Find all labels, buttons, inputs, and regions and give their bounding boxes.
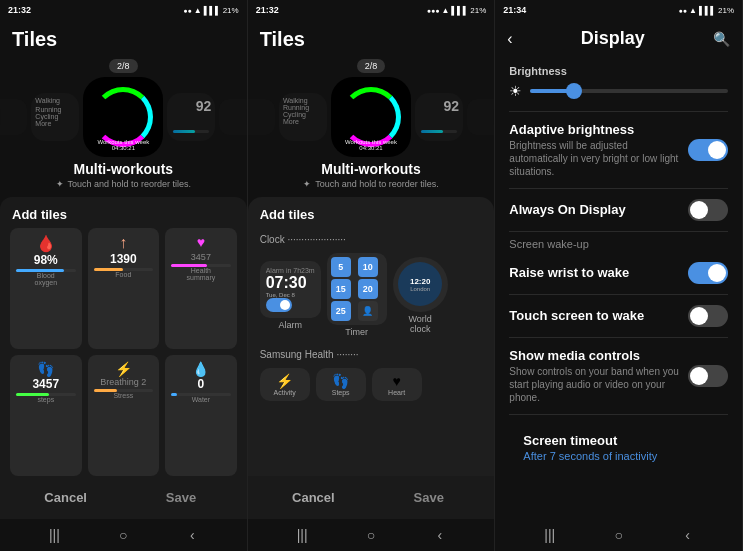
raise-wrist-thumb	[708, 264, 726, 282]
tile-main-2: Workouts this week04:30:21	[331, 77, 411, 157]
alarm-toggle[interactable]	[266, 298, 292, 312]
sh-card-1[interactable]: ⚡ Activity	[260, 368, 310, 401]
media-controls-thumb	[690, 367, 708, 385]
steps-bar	[173, 130, 209, 133]
always-on-display-row[interactable]: Always On Display	[495, 189, 742, 231]
display-title: Display	[581, 28, 645, 49]
wifi-icon: ▲	[194, 6, 202, 15]
add-tiles-modal: Add tiles Clock ····················· Al…	[248, 197, 495, 519]
screen-timeout-value: After 7 seconds of inactivity	[523, 450, 657, 462]
tile-water[interactable]: 💧 0 Water	[165, 355, 237, 476]
samsung-health-row: ⚡ Activity 👣 Steps ♥ Heart	[248, 362, 495, 407]
adaptive-brightness-left: Adaptive brightness Brightness will be a…	[509, 122, 688, 178]
signal-icon: ▌▌▌	[204, 6, 221, 15]
tiles-row-2: WalkingRunningCyclingMore Workouts this …	[248, 77, 496, 157]
workout-arc-2	[341, 87, 401, 147]
steps-bar-2	[421, 130, 457, 133]
timer-5: 5	[331, 257, 351, 277]
nav-menu-3[interactable]: |||	[538, 527, 562, 543]
health-sublabel: 3457	[191, 252, 211, 262]
water-label: Water	[192, 396, 210, 403]
media-controls-toggle[interactable]	[688, 365, 728, 387]
brightness-low-icon: ☀	[509, 83, 522, 99]
timer-tile[interactable]: 5 10 15 20 25 👤 Timer	[327, 253, 387, 337]
alarm-time: 07:30	[266, 274, 315, 292]
watch-preview-1: 2/8 Walking Running Cycling More Workout…	[0, 55, 247, 197]
sh-card-2[interactable]: 👣 Steps	[316, 368, 366, 401]
battery-text-2: 21%	[470, 6, 486, 15]
watch-label-1: Multi-workouts	[74, 157, 174, 179]
screen-display: 21:34 ●● ▲ ▌▌▌ 21% ‹ Display 🔍 Brightnes…	[495, 0, 743, 551]
status-icons-1: ●● ▲ ▌▌▌ 21%	[183, 6, 238, 15]
tile-steps[interactable]: 👣 3457 steps	[10, 355, 82, 476]
status-bar-3: 21:34 ●● ▲ ▌▌▌ 21%	[495, 0, 742, 20]
raise-wrist-toggle[interactable]	[688, 262, 728, 284]
nav-menu-2[interactable]: |||	[290, 527, 314, 543]
nav-back-2[interactable]: ‹	[428, 527, 452, 543]
tile-grid-1: 🩸 98% Bloodoxygen ↑ 1390 Food ♥ 3457 Hea…	[0, 228, 247, 476]
brightness-slider[interactable]	[530, 89, 728, 93]
notification-icon: ●●	[183, 7, 191, 14]
nav-home-1[interactable]: ○	[111, 527, 135, 543]
timer-10: 10	[358, 257, 378, 277]
health-label: Healthsummary	[186, 267, 215, 281]
adaptive-brightness-toggle[interactable]	[688, 139, 728, 161]
raise-wrist-row[interactable]: Raise wrist to wake	[495, 252, 742, 294]
tiles-row-1: Walking Running Cycling More Workouts th…	[0, 77, 248, 157]
workout-arc	[93, 87, 153, 147]
tile-food[interactable]: ↑ 1390 Food	[88, 228, 160, 349]
touch-screen-row[interactable]: Touch screen to wake	[495, 295, 742, 337]
screen-tiles-1: 21:32 ●● ▲ ▌▌▌ 21% Tiles 2/8 Walking Run…	[0, 0, 248, 551]
nav-home-2[interactable]: ○	[359, 527, 383, 543]
cancel-button-2[interactable]: Cancel	[260, 482, 367, 513]
nav-menu-1[interactable]: |||	[42, 527, 66, 543]
health-icon: ♥	[197, 234, 205, 250]
sh-label-3: Heart	[388, 389, 405, 396]
sh-label-1: Activity	[274, 389, 296, 396]
adaptive-brightness-subtitle: Brightness will be adjusted automaticall…	[509, 139, 680, 178]
battery-text-1: 21%	[223, 6, 239, 15]
always-on-title: Always On Display	[509, 202, 680, 217]
brightness-row: ☀	[509, 83, 728, 99]
screen-timeout-row[interactable]: Screen timeout After 7 seconds of inacti…	[495, 415, 742, 480]
touch-screen-left: Touch screen to wake	[509, 308, 688, 325]
cancel-button-1[interactable]: Cancel	[12, 482, 119, 513]
water-value: 0	[198, 377, 205, 391]
nav-bar-3: ||| ○ ‹	[495, 519, 742, 551]
nav-back-3[interactable]: ‹	[676, 527, 700, 543]
tile-health[interactable]: ♥ 3457 Healthsummary	[165, 228, 237, 349]
save-button-1[interactable]: Save	[127, 482, 234, 513]
tile-mini-left-2	[248, 99, 275, 135]
tile-mini-right-2	[467, 99, 495, 135]
steps-icon: 👣	[37, 361, 54, 377]
reorder-hint-2: ✦ Touch and hold to reorder tiles.	[303, 179, 439, 193]
bottom-actions-1: Cancel Save	[0, 476, 247, 519]
signal-icon-2: ▌▌▌	[451, 6, 468, 15]
worldclock-label: Worldclock	[409, 314, 432, 334]
touch-screen-thumb	[690, 307, 708, 325]
add-tiles-section-1: Add tiles 🩸 98% Bloodoxygen ↑ 1390 Food …	[0, 197, 247, 519]
media-controls-row[interactable]: Show media controls Show controls on you…	[495, 338, 742, 414]
worldclock-inner: 12:20 London	[398, 262, 442, 306]
screen-timeout-title: Screen timeout	[523, 433, 657, 448]
search-button[interactable]: 🔍	[713, 31, 730, 47]
tile-small-left-2: WalkingRunningCyclingMore	[279, 93, 327, 141]
worldclock-tile[interactable]: 12:20 London Worldclock	[393, 257, 448, 334]
tile-main-1: Workouts this week04:30:21	[83, 77, 163, 157]
always-on-toggle[interactable]	[688, 199, 728, 221]
save-button-2[interactable]: Save	[375, 482, 482, 513]
tile-stress[interactable]: ⚡ Breathing 2 Stress	[88, 355, 160, 476]
back-button[interactable]: ‹	[507, 30, 512, 48]
alarm-tile[interactable]: Alarm in 7h23m 07:30 Tue, Dec 8 Alarm	[260, 261, 321, 330]
nav-home-3[interactable]: ○	[607, 527, 631, 543]
tile-blood-oxygen[interactable]: 🩸 98% Bloodoxygen	[10, 228, 82, 349]
brightness-label: Brightness	[509, 65, 728, 77]
sh-card-3[interactable]: ♥ Heart	[372, 368, 422, 401]
reorder-icon-1: ✦	[56, 179, 64, 189]
touch-screen-toggle[interactable]	[688, 305, 728, 327]
nav-back-1[interactable]: ‹	[180, 527, 204, 543]
adaptive-brightness-row[interactable]: Adaptive brightness Brightness will be a…	[495, 112, 742, 188]
adaptive-brightness-title: Adaptive brightness	[509, 122, 680, 137]
tile-mini-right	[219, 99, 247, 135]
alarm-date: Tue, Dec 8	[266, 292, 315, 298]
